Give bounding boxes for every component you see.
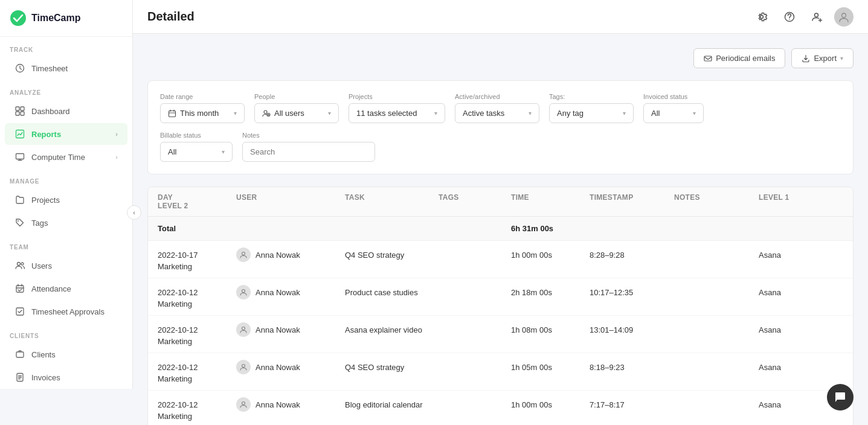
sidebar-item-label: Reports bbox=[31, 130, 61, 139]
svg-point-18 bbox=[842, 13, 846, 18]
sidebar-item-label: Timesheet bbox=[31, 64, 68, 73]
invoiced-status-select[interactable]: All ▾ bbox=[643, 103, 704, 123]
avatar bbox=[236, 360, 251, 374]
section-analyze: ANALYZE bbox=[0, 80, 132, 100]
chevron-right-icon: › bbox=[115, 130, 118, 138]
notes-search-container bbox=[242, 142, 375, 162]
logo-icon bbox=[10, 10, 27, 27]
table-row: 2022-10-12 Anna Nowak Product case studi… bbox=[148, 278, 853, 316]
filter-row-2: Billable status All ▾ Notes bbox=[160, 132, 841, 162]
sidebar-item-dashboard[interactable]: Dashboard bbox=[5, 100, 127, 122]
sidebar-item-label: Computer Time bbox=[31, 153, 85, 162]
projects-select[interactable]: 11 tasks selected ▾ bbox=[349, 103, 445, 123]
attendance-icon bbox=[14, 283, 25, 294]
time-cell: 1h 00m 00s bbox=[511, 400, 590, 409]
level2-cell: Marketing bbox=[158, 337, 236, 346]
sidebar-collapse-button[interactable]: ‹ bbox=[127, 205, 141, 220]
notes-label: Notes bbox=[242, 132, 375, 139]
date-range-select[interactable]: This month ▾ bbox=[160, 103, 245, 123]
settings-button[interactable] bbox=[751, 6, 773, 28]
filter-row-1: Date range This month ▾ People All users… bbox=[160, 93, 841, 123]
section-manage: MANAGE bbox=[0, 168, 132, 188]
active-archived-select[interactable]: Active tasks ▾ bbox=[455, 103, 539, 123]
sidebar-item-reports[interactable]: Reports › bbox=[5, 123, 127, 145]
billable-status-value: All bbox=[168, 147, 176, 156]
total-row-top: Total 6h 31m 00s bbox=[148, 217, 853, 241]
periodical-emails-button[interactable]: Periodical emails bbox=[693, 48, 785, 68]
sidebar-item-label: Tags bbox=[31, 219, 48, 228]
sidebar-item-label: Users bbox=[31, 261, 52, 270]
notes-search-group: Notes bbox=[242, 132, 375, 162]
sidebar-item-invoices[interactable]: Invoices bbox=[5, 366, 127, 388]
avatar bbox=[236, 248, 251, 262]
sidebar: TimeCamp TRACK Timesheet ANALYZE Dashboa… bbox=[0, 0, 133, 389]
level2-cell: Marketing bbox=[158, 412, 236, 421]
svg-rect-4 bbox=[16, 112, 19, 115]
billable-status-select[interactable]: All ▾ bbox=[160, 142, 233, 162]
user-cell: Anna Nowak bbox=[236, 285, 345, 299]
dashboard-icon bbox=[14, 106, 25, 117]
timestamp-cell: 10:17–12:35 bbox=[590, 288, 674, 297]
date-cell: 2022-10-17 bbox=[158, 251, 236, 260]
level1-cell: Asana bbox=[759, 288, 843, 297]
task-cell: Q4 SEO strategy bbox=[345, 251, 439, 260]
table-header: Day User Task Tags Time Timestamp Notes … bbox=[148, 187, 853, 217]
sidebar-item-tags[interactable]: Tags bbox=[5, 212, 127, 234]
timestamp-cell: 7:17–8:17 bbox=[590, 400, 674, 409]
col-task: Task bbox=[345, 193, 439, 202]
task-cell: Product case studies bbox=[345, 288, 439, 297]
people-icon bbox=[262, 109, 271, 118]
section-track: TRACK bbox=[0, 37, 132, 57]
chevron-down-icon: ▾ bbox=[623, 110, 626, 117]
active-archived-group: Active/archived Active tasks ▾ bbox=[455, 93, 539, 123]
topbar: Detailed bbox=[133, 0, 868, 34]
date-range-label: Date range bbox=[160, 93, 245, 100]
approvals-icon bbox=[14, 306, 25, 317]
people-select[interactable]: All users ▾ bbox=[254, 103, 339, 123]
svg-point-23 bbox=[242, 252, 245, 255]
chevron-down-icon: ▾ bbox=[434, 110, 437, 117]
svg-rect-19 bbox=[704, 56, 712, 61]
table-row: 2022-10-12 Anna Nowak Blog editorial cal… bbox=[148, 391, 853, 425]
sidebar-item-timesheet-approvals[interactable]: Timesheet Approvals bbox=[5, 301, 127, 322]
invoices-icon bbox=[14, 372, 25, 383]
export-button[interactable]: Export ▾ bbox=[791, 48, 854, 68]
billable-status-label: Billable status bbox=[160, 132, 233, 139]
date-cell: 2022-10-12 bbox=[158, 288, 236, 297]
sidebar-item-users[interactable]: Users bbox=[5, 255, 127, 276]
timestamp-cell: 8:18–9:23 bbox=[590, 363, 674, 372]
action-bar: Periodical emails Export ▾ bbox=[147, 48, 854, 68]
user-cell: Anna Nowak bbox=[236, 322, 345, 337]
date-cell: 2022-10-12 bbox=[158, 400, 236, 409]
periodical-emails-label: Periodical emails bbox=[716, 54, 775, 63]
chevron-down-icon: ▾ bbox=[222, 149, 225, 155]
add-user-button[interactable] bbox=[806, 6, 828, 28]
tags-select[interactable]: Any tag ▾ bbox=[549, 103, 634, 123]
svg-rect-12 bbox=[16, 308, 24, 315]
sidebar-item-label: Invoices bbox=[31, 373, 60, 382]
user-cell: Anna Nowak bbox=[236, 360, 345, 374]
avatar[interactable] bbox=[834, 7, 854, 27]
user-name: Anna Nowak bbox=[256, 363, 300, 372]
svg-rect-11 bbox=[16, 286, 24, 292]
sidebar-item-clients[interactable]: Clients bbox=[5, 344, 127, 365]
chat-icon bbox=[834, 391, 847, 404]
chevron-down-icon: ▾ bbox=[529, 110, 532, 117]
col-time: Time bbox=[511, 193, 590, 202]
svg-point-0 bbox=[10, 10, 26, 26]
help-button[interactable] bbox=[779, 6, 800, 28]
sidebar-item-attendance[interactable]: Attendance bbox=[5, 278, 127, 299]
computer-icon bbox=[14, 152, 25, 162]
sidebar-item-timesheet[interactable]: Timesheet bbox=[5, 57, 127, 79]
col-day: Day bbox=[158, 193, 236, 202]
chat-button[interactable] bbox=[827, 384, 854, 411]
sidebar-item-computer-time[interactable]: Computer Time › bbox=[5, 146, 127, 168]
table-scroll[interactable]: Day User Task Tags Time Timestamp Notes … bbox=[148, 187, 853, 425]
export-label: Export bbox=[814, 54, 837, 63]
user-name: Anna Nowak bbox=[256, 288, 300, 297]
email-icon bbox=[704, 54, 712, 63]
sidebar-item-projects[interactable]: Projects bbox=[5, 189, 127, 211]
notes-search-input[interactable] bbox=[250, 147, 359, 156]
export-chevron-icon: ▾ bbox=[840, 55, 843, 62]
projects-icon bbox=[14, 194, 25, 205]
